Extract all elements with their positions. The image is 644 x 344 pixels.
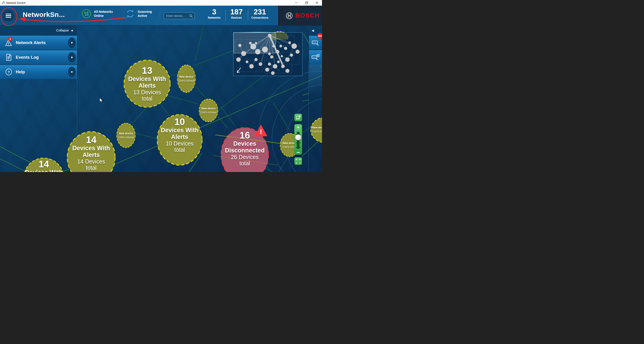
chevron-down-icon[interactable]: ▼: [68, 67, 76, 77]
new-device-label: New device: [118, 132, 134, 135]
minimap-viewport[interactable]: [234, 33, 276, 53]
minimize-button[interactable]: [291, 0, 301, 6]
cluster-total: 13 Devices: [128, 89, 166, 95]
document-icon: [5, 54, 12, 61]
cluster-total: 26 Devices: [225, 154, 264, 160]
stat-label: Devices: [226, 16, 246, 19]
chevron-down-icon[interactable]: ▼: [68, 52, 76, 63]
mouse-cursor: [99, 98, 104, 103]
right-panel-strip: ◀ 367: [309, 26, 322, 96]
cluster-label: Alerts: [72, 151, 110, 158]
cluster-count: 14: [72, 135, 110, 145]
bosch-anchor-icon: [286, 12, 293, 20]
cluster-total: total: [225, 160, 264, 166]
zoom-in-icon[interactable]: +: [294, 125, 302, 130]
expand-left-icon: ◀: [312, 29, 314, 32]
svg-text:?: ?: [8, 70, 10, 74]
stat-label: Connections: [250, 16, 270, 19]
new-device-code: CAP6-009dee: [200, 111, 216, 114]
cluster-label: Devices: [225, 140, 264, 147]
zoom-slider-knob[interactable]: [295, 134, 301, 140]
sidebar: Collapse ◀ 5 Network Alerts ▼: [0, 26, 77, 79]
stat-devices: 187 Devices: [226, 8, 246, 19]
sidebar-item-label: Network Alerts: [16, 40, 46, 45]
stat-label: Networks: [204, 16, 224, 19]
minimap-arrow-icon: [235, 67, 242, 74]
right-panel-devices[interactable]: 367: [309, 36, 322, 50]
alert-triangle-icon: 5: [5, 39, 12, 47]
scanning-spinner-icon: [126, 9, 135, 19]
cluster-total: 10 Devices: [161, 140, 198, 147]
collapse-left-icon: ◀: [71, 29, 73, 32]
status-line: Active: [138, 14, 152, 18]
minimap[interactable]: [233, 32, 302, 76]
stat-value: 187: [226, 8, 246, 16]
disconnected-cluster[interactable]: 16 Devices Disconnected 26 Devices total…: [220, 127, 269, 172]
window-titlebar[interactable]: Network Docent: [0, 0, 322, 6]
network-name-title: NetworkSn...: [23, 11, 65, 19]
stat-value: 231: [250, 8, 270, 16]
search-icon[interactable]: [189, 14, 193, 18]
new-device-label: New device: [178, 75, 194, 78]
collapse-label: Collapse: [56, 29, 69, 32]
minimap-glow: [236, 32, 281, 33]
bosch-wordmark: BOSCH: [295, 12, 320, 19]
cluster-total: total: [72, 164, 110, 171]
close-button[interactable]: [312, 0, 322, 6]
cluster-count: 10: [161, 117, 198, 127]
status-line: Online: [94, 14, 113, 18]
stat-connections: 231 Connections: [250, 8, 270, 19]
cluster-label: Devices With: [161, 127, 198, 133]
new-device-code: CAP6-009d: [312, 130, 322, 133]
cluster-label: Devices With: [128, 76, 166, 82]
sidebar-collapse-button[interactable]: Collapse ◀: [0, 26, 77, 35]
cluster-count: 14: [25, 159, 63, 169]
new-device-code: CAP6-009ddb: [118, 136, 134, 139]
sidebar-item-events-log[interactable]: Events Log ▼: [0, 50, 77, 64]
svg-text:!: !: [260, 128, 262, 135]
annotation-circle: [1, 7, 17, 26]
cluster-label: Devices With: [25, 169, 63, 172]
chevron-down-icon[interactable]: ▼: [68, 38, 76, 48]
fullscreen-button[interactable]: [294, 157, 302, 165]
stat-networks: 3 Networks: [204, 8, 224, 19]
all-networks-status: All Networks Online: [82, 9, 113, 19]
warning-triangle-icon: !: [254, 124, 268, 137]
stat-value: 3: [204, 8, 224, 16]
device-cluster[interactable]: 14 Devices With: [23, 157, 64, 172]
zoom-slider[interactable]: + −: [294, 124, 302, 155]
cluster-count: 13: [128, 66, 166, 76]
center-view-button[interactable]: [294, 114, 302, 121]
question-icon: ?: [5, 68, 12, 76]
networks-online-icon: [82, 9, 91, 19]
new-device-label: New device: [312, 126, 322, 129]
zoom-out-icon[interactable]: −: [294, 150, 302, 155]
device-grid-icon: [312, 54, 320, 61]
new-device-label: New device: [200, 107, 216, 110]
center-view-icon: [296, 115, 301, 120]
device-list-icon: [312, 39, 319, 46]
restore-button[interactable]: [301, 0, 312, 6]
stat-separator: [226, 10, 226, 21]
cluster-total: total: [128, 95, 166, 102]
status-line: Scanning: [138, 10, 152, 14]
device-cluster[interactable]: 13 Devices With Alerts 13 Devices total: [123, 59, 171, 108]
cluster-label: Devices With: [72, 145, 110, 151]
cluster-label: Alerts: [128, 82, 166, 89]
new-device-code: CAP6-009dd9: [178, 79, 194, 82]
bosch-logo-block: BOSCH: [277, 6, 322, 26]
device-cluster[interactable]: 14 Devices With Alerts 14 Devices total: [66, 131, 116, 172]
right-panel-fade: [309, 65, 322, 96]
scanning-status: Scanning Active: [126, 9, 152, 19]
sidebar-item-label: Events Log: [16, 55, 38, 60]
sidebar-item-network-alerts[interactable]: 5 Network Alerts ▼: [0, 36, 77, 50]
sidebar-item-label: Help: [16, 69, 25, 74]
fullscreen-icon: [296, 159, 301, 164]
right-panel-device-grid[interactable]: [309, 50, 322, 65]
sidebar-item-help[interactable]: ? Help ▼: [0, 65, 77, 79]
app-icon: [2, 1, 5, 5]
cluster-total: 14 Devices: [72, 158, 110, 164]
cluster-total: total: [161, 147, 198, 153]
device-count-badge: 367: [317, 33, 322, 39]
cluster-label: Disconnected: [225, 147, 264, 154]
